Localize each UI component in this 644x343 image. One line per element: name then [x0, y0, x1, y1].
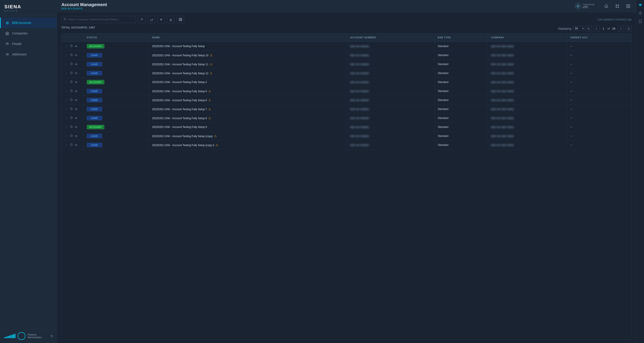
columns-button[interactable]: [177, 16, 184, 23]
row-name-cell[interactable]: 20220201 OAK - Account Testing Fully Set…: [149, 78, 347, 87]
row-parent-account-cell: --: [567, 60, 632, 69]
sidebar: SIENA MAVOCO ⊞ B2B Accounts Companies: [0, 0, 57, 343]
table-row: ⋮ m LEAD20220201 OAK - Account Testing F…: [62, 132, 632, 141]
row-name-cell[interactable]: 20220201 OAK - Account Testing Fully Set…: [149, 132, 347, 141]
logout-button[interactable]: ⎋: [51, 334, 53, 338]
row-type-icon[interactable]: m: [75, 63, 78, 66]
row-parent-account-cell: --: [567, 114, 632, 123]
apps-button[interactable]: [614, 3, 621, 10]
row-type-icon[interactable]: m: [75, 143, 78, 147]
companies-icon: [5, 31, 10, 35]
row-menu-icon[interactable]: ⋮: [65, 134, 68, 138]
row-clock-icon[interactable]: [70, 125, 73, 129]
row-type-icon[interactable]: m: [75, 54, 78, 57]
b2b-type-text: Standard: [438, 81, 448, 84]
svg-rect-26: [179, 18, 180, 21]
search-input[interactable]: [62, 16, 136, 23]
status-badge: LEAD: [87, 53, 102, 57]
sidebar-item-people[interactable]: People: [0, 38, 57, 49]
parent-account-text: --: [570, 54, 572, 57]
row-clock-icon[interactable]: [70, 44, 73, 48]
row-name-text: 20220201 OAK - Account Testing Fully Set…: [152, 144, 214, 147]
row-menu-icon[interactable]: ⋮: [65, 89, 68, 93]
row-type-icon[interactable]: m: [75, 72, 78, 75]
b2b-type-text: Standard: [438, 134, 448, 138]
row-name-cell[interactable]: 20220201 OAK - Account Testing Fully Set…: [149, 105, 347, 114]
row-menu-icon[interactable]: ⋮: [65, 98, 68, 102]
row-account-number-cell: ■■■-■■-■■■■■: [347, 87, 435, 96]
row-menu-icon[interactable]: ⋮: [65, 62, 68, 66]
svg-rect-15: [618, 6, 619, 8]
row-type-icon[interactable]: m: [75, 90, 78, 93]
row-type-icon[interactable]: m: [75, 116, 78, 120]
row-name-cell[interactable]: 20220201 OAK - Account Testing Fully Set…: [149, 123, 347, 132]
timer-icon[interactable]: [638, 11, 642, 16]
svg-point-6: [8, 43, 8, 43]
sidebar-item-addresses[interactable]: ✉ Addresses: [0, 49, 57, 59]
next-page-button[interactable]: ⟩: [618, 25, 624, 31]
account-number-blurred: ■■■-■■-■■■■■: [350, 126, 369, 128]
search-input-wrap: [62, 16, 136, 23]
row-clock-icon[interactable]: [70, 134, 73, 138]
row-type-icon[interactable]: m: [75, 107, 78, 111]
row-type-icon[interactable]: m: [75, 81, 78, 84]
row-name-cell[interactable]: 20220201 OAK - Account Testing Fully Set…: [149, 114, 347, 123]
row-status-cell: LEAD: [84, 105, 149, 114]
col-name: NAME: [149, 33, 347, 42]
add-top-button[interactable]: [625, 3, 632, 10]
b2b-type-text: Standard: [438, 143, 448, 147]
row-name-cell[interactable]: 20220201 OAK - Account Testing Fully Set…: [149, 51, 347, 60]
row-menu-icon[interactable]: ⋮: [65, 71, 68, 75]
page-size-select[interactable]: 50 25 100: [573, 26, 584, 31]
row-menu-icon[interactable]: ⋮: [65, 125, 68, 129]
row-clock-icon[interactable]: [70, 89, 73, 93]
row-status-cell: ACCOUNT: [84, 78, 149, 87]
row-clock-icon[interactable]: [70, 107, 73, 111]
row-clock-icon[interactable]: [70, 80, 73, 84]
row-name-cell[interactable]: 20220201 OAK - Account Testing Fully Set…: [149, 69, 347, 78]
refresh-button[interactable]: [148, 16, 155, 23]
row-type-icon[interactable]: m: [75, 125, 78, 129]
b2b-type-text: Standard: [438, 90, 448, 93]
table-row: ⋮ m LEAD20220201 OAK - Account Testing F…: [62, 105, 632, 114]
last-page-button[interactable]: ⟩⟩: [626, 25, 632, 31]
row-name-cell[interactable]: 20220201 OAK - Account Testing Fully Set…: [149, 42, 347, 51]
row-name-cell[interactable]: 20220201 OAK - Account Testing Fully Set…: [149, 60, 347, 69]
row-clock-icon[interactable]: [70, 71, 73, 75]
table-row: ⋮ m ACCOUNT20220201 OAK - Account Testin…: [62, 78, 632, 87]
row-name-cell[interactable]: 20220201 OAK - Account Testing Fully Set…: [149, 87, 347, 96]
row-name-text: 20220201 OAK - Account Testing Fully Set…: [152, 72, 208, 75]
row-menu-icon[interactable]: ⋮: [65, 44, 68, 48]
first-page-button[interactable]: ⟨⟨: [586, 25, 592, 31]
sidebar-item-companies[interactable]: Companies: [0, 28, 57, 38]
row-clock-icon[interactable]: [70, 98, 73, 102]
export-button[interactable]: [167, 16, 174, 23]
row-type-icon[interactable]: m: [75, 134, 78, 138]
row-clock-icon[interactable]: [70, 62, 73, 66]
row-type-icon[interactable]: m: [75, 99, 78, 102]
row-account-number-cell: ■■■-■■-■■■■■: [347, 96, 435, 105]
row-clock-icon[interactable]: [70, 143, 73, 147]
row-clock-icon[interactable]: [70, 116, 73, 120]
row-clock-icon[interactable]: [70, 53, 73, 57]
prev-page-button[interactable]: ⟨: [593, 25, 600, 31]
row-type-icon[interactable]: m: [75, 45, 78, 48]
table-row: ⋮ m ACCOUNT20220201 OAK - Account Testin…: [62, 123, 632, 132]
accounts-table: STATUS NAME ACCOUNT NUMBER B2B TYPE COMP…: [62, 33, 632, 150]
row-name-cell[interactable]: 20220201 OAK - Account Testing Fully Set…: [149, 96, 347, 105]
row-menu-icon[interactable]: ⋮: [65, 107, 68, 111]
row-name-cell[interactable]: 20220201 OAK - Account Testing Fully Set…: [149, 141, 347, 150]
filter-button[interactable]: [138, 16, 146, 23]
row-menu-icon[interactable]: ⋮: [65, 116, 68, 120]
sidebar-item-b2b-accounts[interactable]: ⊞ B2B Accounts: [0, 17, 57, 28]
row-menu-icon[interactable]: ⋮: [65, 53, 68, 57]
row-menu-icon[interactable]: ⋮: [65, 80, 68, 84]
row-status-cell: LEAD: [84, 51, 149, 60]
notifications-button[interactable]: [603, 3, 610, 10]
add-button[interactable]: [158, 16, 165, 23]
bookmark-icon[interactable]: [639, 20, 642, 24]
row-company-cell: ■■■ ■■ ■■■ ■■■■: [488, 42, 567, 51]
eye-icon[interactable]: [638, 3, 642, 7]
row-name-text: 20220201 OAK - Account Testing Fully Set…: [152, 135, 213, 138]
row-menu-icon[interactable]: ⋮: [65, 143, 68, 147]
